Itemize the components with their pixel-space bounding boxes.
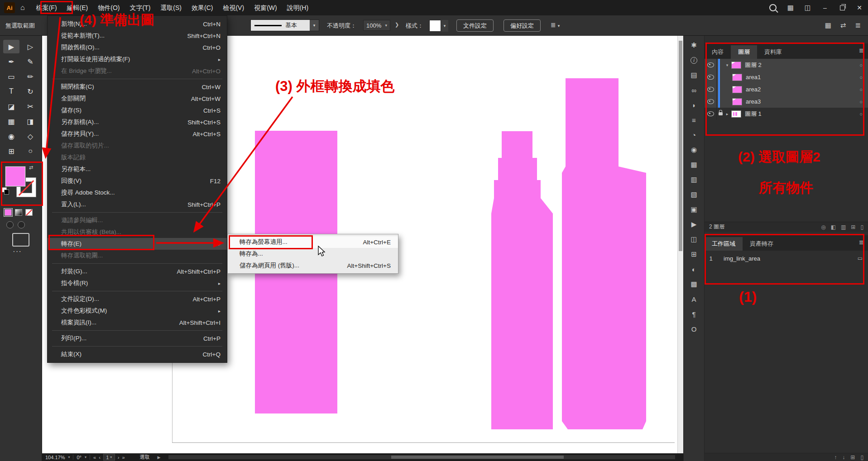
artboards-icon[interactable]: ⊞ xyxy=(689,250,700,259)
layer-row[interactable]: ▸ 圖層 1 ○ xyxy=(705,108,868,120)
file-menu-item[interactable]: 封裝(G)... Alt+Shift+Ctrl+P xyxy=(48,266,227,277)
link-icon[interactable]: ∞ xyxy=(689,86,700,95)
visibility-toggle[interactable] xyxy=(705,83,717,95)
home-icon[interactable]: ⌂ xyxy=(20,4,25,12)
chevron-down-icon[interactable]: ▾ xyxy=(310,20,319,31)
properties-icon[interactable]: ✱ xyxy=(689,41,700,50)
panel-menu-icon[interactable]: ≣ xyxy=(859,47,864,54)
file-menu-item[interactable]: 邀請參與編輯... xyxy=(48,214,227,226)
file-menu-item[interactable]: 另存範本... xyxy=(48,163,227,175)
play-icon[interactable]: ▶ xyxy=(158,455,161,460)
layer-name[interactable]: 圖層 2 xyxy=(745,61,762,69)
menubar-item[interactable]: 檢視(V) xyxy=(218,0,249,15)
export-submenu-item[interactable]: 轉存為... xyxy=(228,248,398,260)
panel-tab[interactable]: 內容 xyxy=(705,45,731,59)
target-circle-icon[interactable]: ○ xyxy=(859,99,863,105)
opacity-field[interactable]: 100% ▾ xyxy=(363,20,390,31)
artboard-row[interactable]: 1 img_link_area ▭ xyxy=(705,252,868,265)
target-circle-icon[interactable]: ○ xyxy=(859,111,863,117)
next-artboard-button[interactable]: › xyxy=(118,455,120,460)
lock-toggle[interactable] xyxy=(717,59,724,71)
menubar-item[interactable]: 編輯(E) xyxy=(62,0,93,15)
file-menu-item[interactable]: 開啟舊檔(O)... Ctrl+O xyxy=(48,42,227,53)
default-fill-stroke-icon[interactable] xyxy=(2,187,7,192)
file-menu-item[interactable]: 列印(P)... Ctrl+P xyxy=(48,333,227,344)
rotate-tool[interactable]: ↻ xyxy=(22,85,38,98)
transparency-icon[interactable]: ◔ xyxy=(689,130,700,139)
stroke-icon[interactable]: ≡ xyxy=(689,115,700,124)
links-icon[interactable]: ◫ xyxy=(689,235,700,244)
rectangle-tool[interactable]: ▭ xyxy=(3,70,19,83)
menubar-item[interactable]: 物件(O) xyxy=(93,0,125,15)
layer-thumbnail[interactable] xyxy=(731,62,741,69)
chevron-right-icon[interactable]: ❯ xyxy=(395,22,399,28)
menubar-item[interactable]: 視窗(W) xyxy=(249,0,282,15)
artboard-number-field[interactable]: 1 ▾ xyxy=(103,454,115,461)
panel-tab[interactable]: 工作區域 xyxy=(705,237,743,251)
panel-tab[interactable]: 資產轉存 xyxy=(743,237,781,251)
layer-thumbnail[interactable] xyxy=(732,86,742,93)
layer-row[interactable]: ▾ 圖層 2 ○ xyxy=(705,59,868,71)
file-menu-item[interactable]: 文件設定(D)... Alt+Ctrl+P xyxy=(48,293,227,305)
curvature-tool[interactable]: ✎ xyxy=(22,55,38,68)
direct-selection-tool[interactable]: ▷ xyxy=(22,40,38,53)
selection-tool[interactable]: ▶ xyxy=(3,40,19,53)
chevron-down-icon[interactable]: ▾ xyxy=(68,455,70,459)
target-circle-icon[interactable]: ○ xyxy=(859,75,863,80)
type-tool[interactable]: T xyxy=(3,85,19,98)
swap-fill-stroke-icon[interactable]: ⇄ xyxy=(29,165,33,171)
menubar-item[interactable]: 說明(H) xyxy=(282,0,313,15)
horizontal-scrollbar-thumb[interactable] xyxy=(391,456,564,459)
file-menu-item[interactable]: 儲存選取的切片... xyxy=(48,140,227,152)
file-menu-item[interactable]: 共用以供審核 (Beta)... xyxy=(48,226,227,238)
target-circle-icon[interactable]: ○ xyxy=(859,62,863,68)
new-sublayer-icon[interactable]: ▥ xyxy=(841,224,846,230)
panel-tab[interactable]: 資料庫 xyxy=(757,45,789,59)
paragraph-icon[interactable]: ¶ xyxy=(689,309,700,318)
file-menu-item[interactable]: 回復(V) F12 xyxy=(48,175,227,187)
align-dropdown-icon[interactable]: ≣ ▾ xyxy=(551,21,560,29)
layer-thumbnail[interactable] xyxy=(732,74,742,81)
edit-toolbar-icon[interactable]: ··· xyxy=(13,247,22,256)
visibility-toggle[interactable] xyxy=(705,71,717,83)
export-submenu-item[interactable]: 轉存為螢幕適用... Alt+Ctrl+E xyxy=(228,236,398,248)
shape-properties-icon[interactable]: ◗ xyxy=(689,100,700,109)
zoom-level[interactable]: 104.17% xyxy=(45,455,65,460)
file-menu-item[interactable]: 儲存拷貝(Y)... Alt+Ctrl+S xyxy=(48,128,227,140)
layer-name[interactable]: area3 xyxy=(746,98,761,105)
close-button[interactable]: ✕ xyxy=(851,0,868,15)
delete-artboard-icon[interactable]: ▯ xyxy=(860,454,863,461)
grid-icon[interactable]: ▦ xyxy=(825,21,831,29)
hamburger-menu-icon[interactable]: ≣ xyxy=(855,21,861,29)
layer-row[interactable]: area1 ○ xyxy=(705,71,868,83)
file-menu-item[interactable]: 文件色彩模式(M) ▸ xyxy=(48,305,227,317)
first-artboard-button[interactable]: « xyxy=(93,455,96,460)
vertical-scrollbar-thumb[interactable] xyxy=(679,41,682,251)
restore-button[interactable] xyxy=(834,0,851,15)
fill-swatch[interactable] xyxy=(5,166,25,186)
mesh-tool[interactable]: ▦ xyxy=(3,114,19,128)
none-mode-button[interactable] xyxy=(25,209,33,216)
chevron-down-icon[interactable]: ▾ xyxy=(441,20,448,32)
file-menu-item[interactable]: 轉存(E) ▸ xyxy=(48,238,227,250)
color-guide-icon[interactable]: ◐ xyxy=(689,265,700,274)
visibility-toggle[interactable] xyxy=(705,108,717,120)
screen-mode-icon[interactable] xyxy=(12,233,29,247)
file-menu-item[interactable]: 全部關閉 Alt+Ctrl+W xyxy=(48,93,227,105)
file-menu-item[interactable]: 指令檔(R) ▸ xyxy=(48,277,227,289)
new-artboard-icon[interactable]: ⊞ xyxy=(850,454,855,461)
locate-object-icon[interactable]: ◎ xyxy=(821,224,825,230)
eraser-tool[interactable]: ◪ xyxy=(3,100,19,113)
stroke-style-dropdown[interactable]: 基本 ▾ xyxy=(250,19,319,31)
file-menu-item[interactable]: 檔案資訊(I)... Alt+Shift+Ctrl+I xyxy=(48,317,227,328)
move-up-icon[interactable]: ↑ xyxy=(834,454,837,461)
gradient-tool[interactable]: ◨ xyxy=(22,114,38,128)
export-submenu-item[interactable]: 儲存為網頁用 (舊版)... Alt+Shift+Ctrl+S xyxy=(228,260,398,271)
new-layer-icon[interactable]: ⊞ xyxy=(851,224,855,230)
delete-layer-icon[interactable]: ▯ xyxy=(860,224,863,230)
arrange-icon[interactable]: ⇄ xyxy=(840,21,846,29)
blob-brush-tool[interactable]: ◉ xyxy=(3,129,19,143)
menubar-item[interactable]: 效果(C) xyxy=(187,0,218,15)
pathfinder-icon[interactable]: ▧ xyxy=(689,190,700,199)
lock-toggle[interactable] xyxy=(717,108,724,120)
